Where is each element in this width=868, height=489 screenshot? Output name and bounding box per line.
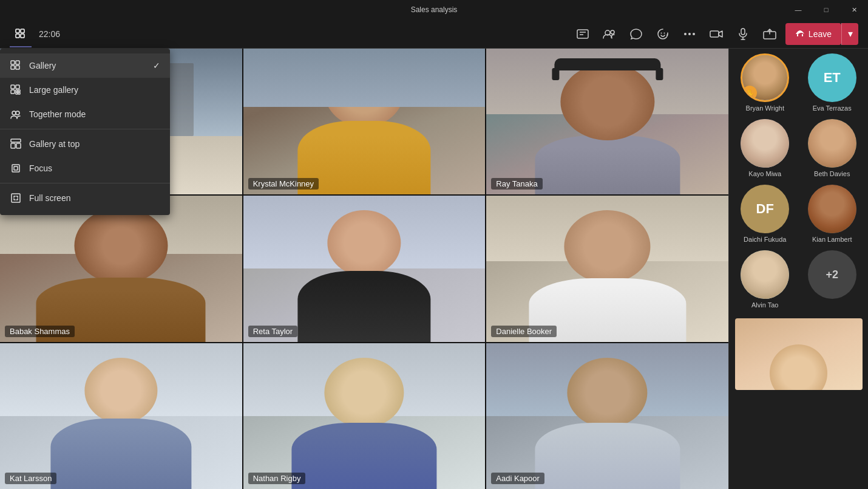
gallery-checkmark: ✓ <box>153 61 160 70</box>
layout-menu-button[interactable] <box>10 23 32 45</box>
menu-item-gallery[interactable]: Gallery ✓ <box>0 53 170 78</box>
avatar-item-eva[interactable]: ET Eva Terrazas <box>808 53 856 112</box>
avatar-item-alvin[interactable]: Alvin Tao <box>741 250 789 309</box>
self-video-preview <box>735 318 863 390</box>
fullscreen-icon <box>10 192 22 204</box>
video-cell-ray: Ray Tanaka <box>486 49 728 194</box>
gallery-label: Gallery <box>29 61 56 70</box>
svg-rect-31 <box>18 92 20 94</box>
svg-rect-24 <box>16 66 19 69</box>
svg-rect-28 <box>16 90 18 92</box>
call-timer: 22:06 <box>39 29 60 39</box>
avatar-item-beth[interactable]: Beth Davies <box>808 119 856 177</box>
self-video-inner <box>735 318 863 390</box>
svg-rect-38 <box>14 166 18 170</box>
window-title: Sales analysis <box>411 5 458 14</box>
sidebar-participants: ✋ Bryan Wright ET Eva Terrazas Kayo Miwa <box>728 49 868 489</box>
svg-rect-23 <box>11 66 15 69</box>
avatar-circle-bryan: ✋ <box>741 53 789 102</box>
reactions-button[interactable] <box>652 23 674 45</box>
participant-name-krystal: Krystal McKinney <box>248 178 319 190</box>
title-bar: Sales analysis — □ ✕ <box>0 0 868 19</box>
video-cell-nathan: Nathan Rigby <box>243 343 486 489</box>
toolbar-right: Leave ▾ <box>572 23 858 45</box>
video-cell-reta: Reta Taylor <box>243 196 486 341</box>
avatar-initials-eva: ET <box>824 70 841 86</box>
minimize-button[interactable]: — <box>784 0 812 19</box>
sidebar-row-2: Kayo Miwa Beth Davies <box>731 119 866 177</box>
menu-item-gallery-top[interactable]: Gallery at top <box>0 132 170 156</box>
avatar-item-kian[interactable]: Kian Lambert <box>808 185 856 243</box>
menu-item-large-gallery[interactable]: Large gallery <box>0 78 170 102</box>
together-label: Together mode <box>29 109 86 119</box>
sidebar-row-3: DF Daichi Fukuda Kian Lambert <box>731 185 866 243</box>
more-participants-badge[interactable]: +2 <box>808 250 856 299</box>
svg-rect-0 <box>16 29 19 33</box>
close-button[interactable]: ✕ <box>840 0 868 19</box>
leave-call-button[interactable]: Leave <box>785 23 841 45</box>
svg-rect-36 <box>16 143 21 148</box>
avatar-name-more <box>831 301 833 309</box>
layout-dropdown-menu: Gallery ✓ Large gallery Tog <box>0 49 170 215</box>
gallery-icon <box>10 60 22 72</box>
avatar-circle-alvin <box>741 250 789 299</box>
video-cell-danielle: Danielle Booker <box>486 196 728 341</box>
maximize-button[interactable]: □ <box>812 0 840 19</box>
participants-button[interactable] <box>598 23 620 45</box>
chat-button[interactable] <box>625 23 647 45</box>
show-conversation-button[interactable] <box>572 23 594 45</box>
menu-item-focus[interactable]: Focus <box>0 156 170 180</box>
share-screen-button[interactable] <box>759 23 781 45</box>
large-gallery-label: Large gallery <box>29 85 78 95</box>
avatar-circle-kian <box>808 185 856 233</box>
svg-rect-1 <box>21 29 24 33</box>
window-controls: — □ ✕ <box>784 0 868 19</box>
sidebar-row-1: ✋ Bryan Wright ET Eva Terrazas <box>731 53 866 112</box>
avatar-item-bryan[interactable]: ✋ Bryan Wright <box>741 53 789 112</box>
participant-name-ray: Ray Tanaka <box>491 178 542 190</box>
svg-point-8 <box>611 30 614 34</box>
svg-point-33 <box>16 111 19 115</box>
leave-dropdown-button[interactable]: ▾ <box>841 23 858 45</box>
video-cell-aadi: Aadi Kapoor <box>486 343 728 489</box>
svg-point-12 <box>688 33 691 35</box>
svg-rect-39 <box>12 194 20 202</box>
microphone-button[interactable] <box>732 23 754 45</box>
avatar-name-beth: Beth Davies <box>814 170 850 177</box>
leave-label: Leave <box>809 29 832 39</box>
more-options-button[interactable] <box>679 23 700 45</box>
toolbar-left: 22:06 <box>10 23 291 45</box>
menu-item-fullscreen[interactable]: Full screen <box>0 186 170 210</box>
svg-rect-27 <box>11 90 15 94</box>
focus-icon <box>10 162 22 174</box>
toolbar: 22:06 <box>0 19 868 49</box>
menu-item-together[interactable]: Together mode <box>0 102 170 126</box>
svg-rect-30 <box>16 92 18 94</box>
svg-rect-20 <box>802 34 803 36</box>
svg-point-11 <box>684 33 687 35</box>
svg-rect-15 <box>741 29 745 35</box>
menu-divider-1 <box>0 129 170 129</box>
svg-rect-26 <box>16 85 19 89</box>
menu-divider-2 <box>0 183 170 183</box>
participant-name-danielle: Danielle Booker <box>491 326 557 337</box>
svg-point-13 <box>693 33 695 35</box>
avatar-name-kayo: Kayo Miwa <box>748 170 781 177</box>
avatar-item-kayo[interactable]: Kayo Miwa <box>741 119 789 177</box>
avatar-name-daichi: Daichi Fukuda <box>744 236 786 243</box>
participant-name-nathan: Nathan Rigby <box>248 473 306 484</box>
video-cell-babak: Babak Shammas <box>0 196 242 341</box>
gallery-top-icon <box>10 138 22 150</box>
sidebar-row-4: Alvin Tao +2 <box>731 250 866 309</box>
together-icon <box>10 108 22 120</box>
svg-point-32 <box>12 111 16 115</box>
avatar-item-more[interactable]: +2 <box>808 250 856 309</box>
avatar-name-kian: Kian Lambert <box>812 236 852 243</box>
avatar-circle-kayo <box>741 119 789 168</box>
svg-point-9 <box>660 32 662 33</box>
camera-button[interactable] <box>705 23 727 45</box>
focus-label: Focus <box>29 163 52 173</box>
large-gallery-icon <box>10 84 22 96</box>
svg-rect-3 <box>21 34 24 38</box>
avatar-item-daichi[interactable]: DF Daichi Fukuda <box>741 185 789 243</box>
